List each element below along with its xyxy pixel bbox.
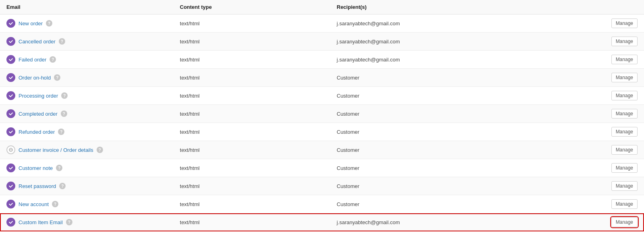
content-type-cell: text/html: [173, 87, 330, 105]
email-name-link[interactable]: Order on-hold: [19, 75, 51, 81]
table-row: Processing order?text/htmlCustomerManage: [0, 87, 644, 105]
help-icon: ?: [56, 165, 62, 171]
content-type-cell: text/html: [173, 195, 330, 213]
email-cell: Processing order?: [6, 91, 167, 100]
manage-button[interactable]: Manage: [611, 217, 638, 227]
email-cell: Customer note?: [6, 163, 167, 172]
email-cell: Order on-hold?: [6, 73, 167, 82]
email-cell: Completed order?: [6, 109, 167, 118]
email-cell: New account?: [6, 200, 167, 208]
help-icon: ?: [61, 92, 68, 99]
email-name-link[interactable]: Reset password: [19, 183, 56, 189]
manage-button[interactable]: Manage: [611, 55, 638, 64]
help-icon: ?: [50, 56, 56, 63]
table-row: Customer invoice / Order details?text/ht…: [0, 141, 644, 159]
help-icon: ?: [59, 183, 66, 189]
email-name-link[interactable]: New order: [19, 20, 43, 27]
table-row: Completed order?text/htmlCustomerManage: [0, 105, 644, 123]
enabled-icon: [6, 109, 15, 118]
manage-button[interactable]: Manage: [611, 109, 638, 119]
content-type-cell: text/html: [173, 141, 330, 159]
help-icon: ?: [46, 20, 52, 27]
table-row: Refunded order?text/htmlCustomerManage: [0, 123, 644, 141]
emails-table: Email Content type Recipient(s) New orde…: [0, 0, 644, 231]
email-name-link[interactable]: Customer note: [19, 165, 53, 171]
manage-button[interactable]: Manage: [611, 181, 638, 191]
recipients-cell: j.saranyabtech@gmail.com: [330, 213, 578, 231]
header-email: Email: [0, 0, 173, 14]
content-type-cell: text/html: [173, 51, 330, 69]
recipients-cell: Customer: [330, 69, 578, 87]
recipients-cell: Customer: [330, 141, 578, 159]
help-icon: ?: [66, 219, 72, 225]
manage-button[interactable]: Manage: [611, 91, 638, 100]
recipients-cell: Customer: [330, 123, 578, 141]
recipients-cell: j.saranyabtech@gmail.com: [330, 33, 578, 51]
enabled-icon: [6, 182, 15, 190]
enabled-icon: [6, 218, 15, 227]
recipients-cell: j.saranyabtech@gmail.com: [330, 14, 578, 33]
email-name-link[interactable]: Refunded order: [19, 129, 55, 135]
header-recipients: Recipient(s): [330, 0, 578, 14]
table-row: Custom Item Email?text/htmlj.saranyabtec…: [0, 213, 644, 231]
recipients-cell: Customer: [330, 177, 578, 195]
email-name-link[interactable]: Completed order: [19, 111, 58, 117]
email-cell: Refunded order?: [6, 127, 167, 136]
manage-button[interactable]: Manage: [611, 18, 638, 28]
email-cell: Customer invoice / Order details?: [6, 145, 167, 154]
manage-button[interactable]: Manage: [611, 163, 638, 173]
table-row: Failed order?text/htmlj.saranyabtech@gma…: [0, 51, 644, 69]
recipients-cell: Customer: [330, 87, 578, 105]
enabled-icon: [6, 163, 15, 172]
enabled-icon: [6, 19, 15, 28]
manage-button[interactable]: Manage: [611, 37, 638, 46]
table-row: New account?text/htmlCustomerManage: [0, 195, 644, 213]
enabled-icon: [6, 73, 15, 82]
content-type-cell: text/html: [173, 159, 330, 177]
email-cell: Cancelled order?: [6, 37, 167, 46]
table-row: Reset password?text/htmlCustomerManage: [0, 177, 644, 195]
table-header-row: Email Content type Recipient(s): [0, 0, 644, 14]
email-name-link[interactable]: Custom Item Email: [19, 219, 63, 225]
help-icon: ?: [97, 147, 103, 153]
content-type-cell: text/html: [173, 69, 330, 87]
content-type-cell: text/html: [173, 123, 330, 141]
enabled-icon: [6, 91, 15, 100]
enabled-icon: [6, 37, 15, 46]
manage-button[interactable]: Manage: [611, 145, 638, 155]
enabled-icon: [6, 127, 15, 136]
content-type-cell: text/html: [173, 177, 330, 195]
help-icon: ?: [52, 201, 58, 207]
content-type-cell: text/html: [173, 14, 330, 33]
email-name-link[interactable]: Cancelled order: [19, 39, 56, 45]
header-actions: [578, 0, 644, 14]
table-row: Order on-hold?text/htmlCustomerManage: [0, 69, 644, 87]
header-content-type: Content type: [173, 0, 330, 14]
help-icon: ?: [59, 38, 65, 45]
enabled-icon: [6, 55, 15, 64]
content-type-cell: text/html: [173, 33, 330, 51]
email-name-link[interactable]: New account: [19, 201, 49, 207]
recipients-cell: Customer: [330, 195, 578, 213]
manage-button[interactable]: Manage: [611, 127, 638, 137]
disabled-icon: [6, 145, 15, 154]
emails-table-container: Email Content type Recipient(s) New orde…: [0, 0, 644, 235]
recipients-cell: Customer: [330, 159, 578, 177]
enabled-icon: [6, 200, 15, 208]
manage-button[interactable]: Manage: [611, 199, 638, 209]
manage-button[interactable]: Manage: [611, 73, 638, 82]
email-name-link[interactable]: Customer invoice / Order details: [19, 147, 93, 153]
email-cell: Custom Item Email?: [6, 218, 167, 227]
content-type-cell: text/html: [173, 213, 330, 231]
table-row: New order?text/htmlj.saranyabtech@gmail.…: [0, 14, 644, 33]
help-icon: ?: [61, 110, 67, 117]
email-name-link[interactable]: Processing order: [19, 93, 58, 99]
recipients-cell: Customer: [330, 105, 578, 123]
email-cell: New order?: [6, 19, 167, 28]
recipients-cell: j.saranyabtech@gmail.com: [330, 51, 578, 69]
email-cell: Reset password?: [6, 182, 167, 190]
email-name-link[interactable]: Failed order: [19, 57, 46, 63]
help-icon: ?: [58, 129, 64, 135]
email-cell: Failed order?: [6, 55, 167, 64]
content-type-cell: text/html: [173, 105, 330, 123]
